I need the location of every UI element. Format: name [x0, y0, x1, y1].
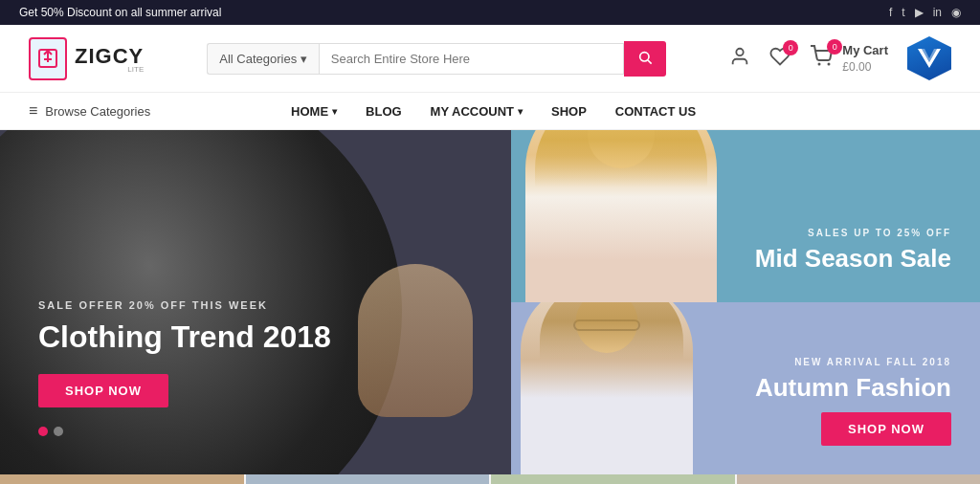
- logo-icon: [29, 37, 67, 80]
- hero-bottom-right-cta[interactable]: SHOP NOW: [821, 412, 951, 446]
- product-thumb-3[interactable]: [491, 474, 735, 484]
- hero-section: SALE OFFER 20% OFF THIS WEEK Clothing Tr…: [0, 130, 980, 474]
- browse-label: Browse Categories: [45, 104, 150, 119]
- hero-top-right-content: SALES UP TO 25% OFF Mid Season Sale: [540, 228, 951, 274]
- woman-figure-top: [525, 130, 717, 302]
- hero-top-right-title: Mid Season Sale: [540, 244, 951, 274]
- svg-point-3: [737, 48, 744, 55]
- cart-label: My Cart: [842, 42, 888, 59]
- product-thumb-2[interactable]: [246, 474, 490, 484]
- account-icon[interactable]: [729, 46, 750, 72]
- site-header: ZIGCY LITE All Categories ▾ 0: [0, 25, 980, 93]
- header-right: 0 0 My Cart £0.00: [729, 36, 951, 80]
- search-button[interactable]: [624, 41, 666, 77]
- wishlist-badge: 0: [783, 40, 798, 55]
- products-preview: [0, 474, 980, 484]
- hero-bottom-right-content: NEW ARRIVAL FALL 2018 Autumn Fashion SHO…: [540, 357, 951, 446]
- linkedin-icon[interactable]: in: [933, 6, 942, 19]
- search-area: All Categories ▾: [207, 41, 666, 77]
- nav-contact[interactable]: CONTACT US: [615, 104, 696, 119]
- svg-point-1: [640, 52, 649, 60]
- svg-line-2: [648, 60, 652, 64]
- cart-amount: £0.00: [842, 59, 888, 76]
- hero-left-title: Clothing Trend 2018: [38, 319, 473, 355]
- twitter-icon[interactable]: t: [902, 6, 904, 19]
- cart-badge: 0: [827, 39, 842, 55]
- hero-top-right-subtitle: SALES UP TO 25% OFF: [540, 228, 951, 238]
- nav-home[interactable]: HOME ▾: [291, 104, 337, 119]
- hero-bottom-right-title: Autumn Fashion: [540, 373, 951, 403]
- hero-left-content: SALE OFFER 20% OFF THIS WEEK Clothing Tr…: [38, 299, 473, 436]
- cart-area[interactable]: 0 My Cart £0.00: [810, 42, 888, 76]
- hero-bottom-right-subtitle: NEW ARRIVAL FALL 2018: [540, 357, 951, 367]
- search-input[interactable]: [319, 43, 624, 75]
- brand-logo-secondary: [907, 36, 951, 80]
- hero-banner-top-right: SALES UP TO 25% OFF Mid Season Sale: [511, 130, 980, 302]
- logo-area[interactable]: ZIGCY LITE: [29, 37, 144, 80]
- cart-icon: 0: [810, 45, 835, 71]
- dot-1[interactable]: [38, 427, 48, 436]
- nav-links: HOME ▾ BLOG MY ACCOUNT ▾ SHOP CONTACT US: [291, 104, 696, 119]
- youtube-icon[interactable]: ▶: [915, 6, 924, 19]
- category-dropdown[interactable]: All Categories ▾: [207, 43, 319, 75]
- product-thumb-1[interactable]: [0, 474, 244, 484]
- hero-left-subtitle: SALE OFFER 20% OFF THIS WEEK: [38, 299, 473, 311]
- cart-text: My Cart £0.00: [842, 42, 888, 76]
- announcement-bar: Get 50% Discount on all summer arrival f…: [0, 0, 980, 25]
- wishlist-icon[interactable]: 0: [769, 46, 791, 72]
- nav-bar: ≡ Browse Categories HOME ▾ BLOG MY ACCOU…: [0, 93, 980, 130]
- chevron-down-icon-account: ▾: [518, 106, 523, 117]
- dot-2[interactable]: [54, 427, 63, 436]
- browse-categories[interactable]: ≡ Browse Categories: [29, 102, 150, 120]
- svg-point-5: [828, 63, 831, 66]
- instagram-icon[interactable]: ◉: [951, 6, 961, 19]
- product-thumb-4[interactable]: [737, 474, 981, 484]
- logo-text: ZIGCY: [75, 44, 144, 68]
- nav-shop[interactable]: SHOP: [551, 104, 587, 119]
- hamburger-icon: ≡: [29, 102, 37, 120]
- announcement-text: Get 50% Discount on all summer arrival: [19, 6, 221, 19]
- hero-right: SALES UP TO 25% OFF Mid Season Sale NEW …: [511, 130, 980, 474]
- hero-banner-bottom-right: NEW ARRIVAL FALL 2018 Autumn Fashion SHO…: [511, 302, 980, 474]
- hero-dots: [38, 427, 473, 436]
- hero-left-cta[interactable]: SHOP NOW: [38, 374, 168, 407]
- svg-point-4: [818, 63, 821, 66]
- facebook-icon[interactable]: f: [889, 6, 892, 19]
- chevron-down-icon: ▾: [332, 106, 337, 117]
- social-icons-group: f t ▶ in ◉: [889, 6, 961, 19]
- nav-blog[interactable]: BLOG: [366, 104, 402, 119]
- nav-my-account[interactable]: MY ACCOUNT ▾: [431, 104, 523, 119]
- hero-banner-left: SALE OFFER 20% OFF THIS WEEK Clothing Tr…: [0, 130, 511, 474]
